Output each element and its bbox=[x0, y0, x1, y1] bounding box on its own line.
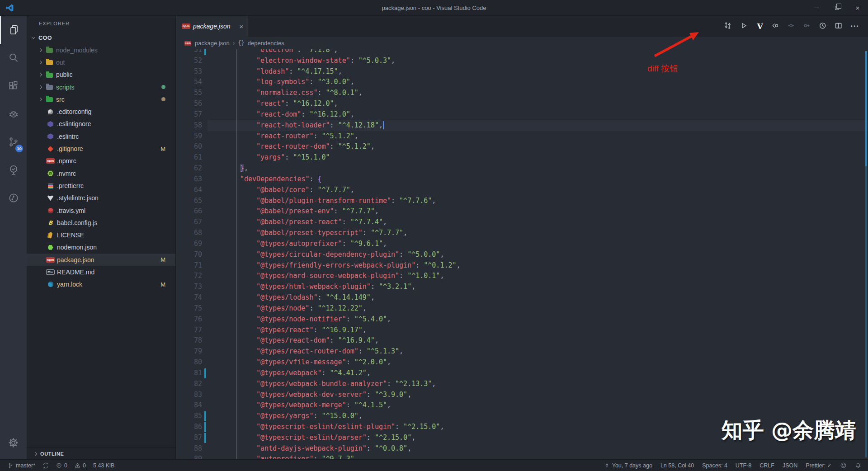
code-line-54[interactable]: 54"log-symbols": "^3.0.0", bbox=[176, 77, 868, 88]
code-line-69[interactable]: 69"@types/autoprefixer": "^9.6.1", bbox=[176, 239, 868, 250]
v-extension-icon[interactable]: V bbox=[754, 20, 766, 32]
code-line-73[interactable]: 73"@types/html-webpack-plugin": "^3.2.1"… bbox=[176, 282, 868, 292]
activity-extensions-icon[interactable] bbox=[0, 72, 27, 100]
sidebar-item-readme-md[interactable]: README.md bbox=[27, 266, 175, 278]
status-right-spaces-4[interactable]: Spaces: 4 bbox=[702, 462, 727, 469]
code-line-66[interactable]: 66"@babel/preset-env": "^7.7.7", bbox=[176, 206, 868, 217]
code-line-89[interactable]: 89"autoprefixer": "^9.7.3", bbox=[176, 454, 868, 459]
code-line-80[interactable]: 80"@types/vfile-message": "^2.0.0", bbox=[176, 357, 868, 368]
code-line-61[interactable]: 61"yargs": "^15.1.0" bbox=[176, 152, 868, 163]
code-line-59[interactable]: 59"react-router": "^5.1.2", bbox=[176, 131, 868, 142]
code-line-78[interactable]: 78"@types/react-dom": "^16.9.4", bbox=[176, 335, 868, 346]
sidebar-item-out[interactable]: out bbox=[27, 56, 175, 68]
breadcrumb-file[interactable]: package.json bbox=[195, 40, 230, 47]
close-button[interactable]: × bbox=[847, 0, 868, 15]
code-line-56[interactable]: 56"react": "^16.12.0", bbox=[176, 99, 868, 109]
code-line-55[interactable]: 55"normalize.css": "^8.0.1", bbox=[176, 88, 868, 99]
activity-testing-icon[interactable] bbox=[0, 156, 27, 184]
tab-package-json[interactable]: package.json × bbox=[176, 16, 248, 37]
status-right-prettier[interactable]: Prettier: ✓ bbox=[806, 462, 832, 469]
outline-section[interactable]: OUTLINE bbox=[27, 447, 175, 459]
code-line-82[interactable]: 82"@types/webpack-bundle-analyzer": "^2.… bbox=[176, 379, 868, 390]
step-icon[interactable] bbox=[786, 20, 797, 32]
sidebar-item-nodemon-json[interactable]: nodemon.json bbox=[27, 241, 175, 254]
status-left-sync[interactable] bbox=[42, 462, 49, 469]
sidebar-item--stylelintrc-json[interactable]: .stylelintrc.json bbox=[27, 192, 175, 204]
breadcrumb[interactable]: package.json › {} dependencies bbox=[176, 37, 868, 49]
code-line-51[interactable]: 51"electron": "7.1.8", bbox=[176, 49, 868, 56]
sidebar-item-public[interactable]: public bbox=[27, 69, 175, 81]
status-right-utf-8[interactable]: UTF-8 bbox=[736, 462, 751, 469]
code-line-58[interactable]: 58"react-hot-loader": "^4.12.18", bbox=[176, 120, 868, 131]
status-right-bell[interactable] bbox=[855, 462, 862, 469]
code-line-84[interactable]: 84"@types/webpack-merge": "^4.1.5", bbox=[176, 400, 868, 411]
breadcrumb-section[interactable]: dependencies bbox=[248, 40, 284, 47]
code-line-67[interactable]: 67"@babel/preset-react": "^7.7.4", bbox=[176, 217, 868, 228]
sidebar-root-coo[interactable]: COO bbox=[27, 32, 175, 44]
sidebar-item--prettierrc[interactable]: .prettierrc bbox=[27, 179, 175, 192]
sidebar-item--eslintignore[interactable]: .eslintignore bbox=[27, 118, 175, 130]
more-actions-icon[interactable]: ··· bbox=[849, 20, 861, 32]
code-line-70[interactable]: 70"@types/circular-dependency-plugin": "… bbox=[176, 250, 868, 260]
status-left-5-43-kib[interactable]: 5.43 KiB bbox=[93, 462, 114, 469]
code-line-76[interactable]: 76"@types/node-notifier": "^5.4.0", bbox=[176, 314, 868, 325]
status-left-master[interactable]: master* bbox=[7, 462, 35, 469]
code-line-64[interactable]: 64"@babel/core": "^7.7.7", bbox=[176, 185, 868, 196]
code-line-88[interactable]: 88"antd-dayjs-webpack-plugin": "^0.0.8", bbox=[176, 443, 868, 454]
code-line-74[interactable]: 74"@types/lodash": "^4.14.149", bbox=[176, 292, 868, 303]
code-line-53[interactable]: 53"lodash": "^4.17.15", bbox=[176, 66, 868, 77]
sidebar-item-babel-config-js[interactable]: babel.config.js bbox=[27, 217, 175, 229]
code-editor[interactable]: 51"electron": "7.1.8",52"electron-window… bbox=[176, 49, 868, 459]
status-right-smiley[interactable] bbox=[840, 462, 847, 469]
sidebar-item-package-json[interactable]: package.jsonM bbox=[27, 254, 175, 266]
sidebar-item--npmrc[interactable]: .npmrc bbox=[27, 155, 175, 167]
activity-debug-icon[interactable] bbox=[0, 100, 27, 128]
vscode-window: package.json - coo - Visual Studio Code … bbox=[0, 0, 868, 471]
status-right-ln-58-col-40[interactable]: Ln 58, Col 40 bbox=[660, 462, 694, 469]
activity-source-control-icon[interactable]: 10 bbox=[0, 128, 27, 156]
run-icon[interactable] bbox=[738, 20, 750, 32]
sidebar-item--nvmrc[interactable]: .nvmrc bbox=[27, 167, 175, 179]
status-left-0[interactable]: 0 bbox=[56, 462, 67, 469]
restore-button[interactable] bbox=[826, 0, 847, 15]
sidebar-item-node-modules[interactable]: node_modules bbox=[27, 44, 175, 56]
code-line-60[interactable]: 60"react-router-dom": "^5.1.2", bbox=[176, 141, 868, 152]
scrollbar-thumb[interactable] bbox=[865, 51, 867, 166]
status-left-0[interactable]: 0 bbox=[75, 462, 86, 469]
code-line-75[interactable]: 75"@types/node": "^12.12.22", bbox=[176, 303, 868, 314]
sidebar-item--travis-yml[interactable]: .travis.yml bbox=[27, 204, 175, 217]
history-icon[interactable] bbox=[817, 20, 829, 32]
code-line-79[interactable]: 79"@types/react-router-dom": "^5.1.3", bbox=[176, 346, 868, 357]
code-line-57[interactable]: 57"react-dom": "^16.12.0", bbox=[176, 109, 868, 120]
split-editor-icon[interactable] bbox=[833, 20, 845, 32]
diff-icon[interactable] bbox=[722, 20, 734, 32]
code-line-65[interactable]: 65"@babel/plugin-transform-runtime": "^7… bbox=[176, 196, 868, 207]
step-back-icon[interactable] bbox=[770, 20, 782, 32]
status-right-json[interactable]: JSON bbox=[783, 462, 797, 469]
sidebar-item--gitignore[interactable]: .gitignoreM bbox=[27, 142, 175, 155]
step-forward-icon[interactable] bbox=[802, 20, 813, 32]
activity-timeline-icon[interactable] bbox=[0, 184, 27, 212]
code-line-62[interactable]: 62}, bbox=[176, 163, 868, 174]
minimize-button[interactable] bbox=[806, 0, 826, 15]
code-line-81[interactable]: 81"@types/webpack": "^4.41.2", bbox=[176, 368, 868, 379]
activity-explorer-icon[interactable] bbox=[0, 16, 27, 44]
sidebar-item-scripts[interactable]: scripts bbox=[27, 81, 175, 93]
code-line-52[interactable]: 52"electron-window-state": "^5.0.3", bbox=[176, 56, 868, 66]
manage-gear-icon[interactable] bbox=[0, 429, 27, 457]
code-line-77[interactable]: 77"@types/react": "^16.9.17", bbox=[176, 325, 868, 336]
code-line-72[interactable]: 72"@types/hard-source-webpack-plugin": "… bbox=[176, 271, 868, 282]
sidebar-item-src[interactable]: src bbox=[27, 93, 175, 105]
sidebar-item-yarn-lock[interactable]: yarn.lockM bbox=[27, 278, 175, 291]
code-line-71[interactable]: 71"@types/friendly-errors-webpack-plugin… bbox=[176, 260, 868, 271]
activity-search-icon[interactable] bbox=[0, 44, 27, 72]
tab-close-icon[interactable]: × bbox=[239, 23, 243, 30]
code-line-63[interactable]: 63"devDependencies": { bbox=[176, 174, 868, 185]
status-right-crlf[interactable]: CRLF bbox=[760, 462, 774, 469]
sidebar-item-license[interactable]: LICENSE bbox=[27, 229, 175, 241]
code-line-83[interactable]: 83"@types/webpack-dev-server": "^3.9.0", bbox=[176, 390, 868, 400]
code-line-68[interactable]: 68"@babel/preset-typescript": "^7.7.7", bbox=[176, 228, 868, 239]
status-right-you-7-days-ago[interactable]: You, 7 days ago bbox=[604, 462, 652, 469]
sidebar-item--editorconfig[interactable]: .editorconfig bbox=[27, 105, 175, 118]
sidebar-item--eslintrc[interactable]: .eslintrc bbox=[27, 130, 175, 142]
